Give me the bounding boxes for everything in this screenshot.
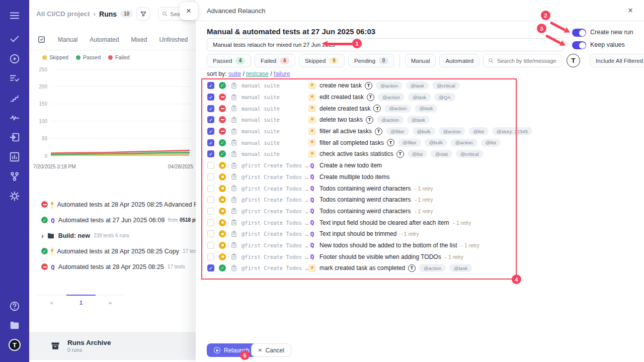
sidebar-item-activity[interactable] [9,112,20,123]
breadcrumb-current[interactable]: Runs [99,10,117,18]
automated-test-icon: Q [308,253,316,260]
test-row[interactable]: manual suite *delete two tasksT@action@t… [207,114,630,126]
runs-archive[interactable]: Runs Archive 0 runs [29,332,196,360]
keep-values-toggle[interactable] [572,41,586,49]
test-checkbox[interactable] [207,230,214,237]
create-new-run-toggle[interactable] [572,29,586,37]
filter-manual-button[interactable]: Manual [405,54,436,67]
test-checkbox[interactable] [207,139,214,146]
run-row[interactable]: Q Automated tests at 28 Apr 2025 08:2517… [29,259,196,275]
test-row[interactable]: manual suite *check active tasks statist… [207,148,630,160]
test-row[interactable]: @first Create Todos … QTodos containing … [207,206,630,217]
sort-by-testcase[interactable]: testcase [246,70,269,77]
page-next[interactable]: » [96,295,125,306]
tab-automated[interactable]: Automated [90,36,119,43]
test-row[interactable]: manual suite *delete created taskT@actio… [207,103,630,114]
test-search[interactable] [483,54,562,67]
test-row[interactable]: @first Create Todos … QTodos containing … [207,183,630,194]
test-row[interactable]: @first Create Todos … QText input should… [207,228,630,240]
status-passed-icon [41,217,48,223]
select-all-icon[interactable] [37,35,46,44]
filter-skipped-button[interactable]: Skipped 9 [299,54,345,67]
test-checkbox[interactable] [207,128,214,135]
check-icon [9,33,20,44]
test-row[interactable]: @first Create Todos … QCreate multiple t… [207,171,630,183]
sidebar-item-login-box[interactable] [9,132,20,143]
test-checkbox[interactable] [207,208,214,215]
test-checkbox[interactable] [207,105,214,112]
breadcrumb: All CI/CD project › Runs 10 [36,7,150,21]
filter-passed-button[interactable]: Passed 4 [207,54,251,67]
testomat-filter-icon[interactable]: T [567,54,580,67]
steps-icon [9,93,20,104]
hamburger-icon [9,10,20,21]
test-row[interactable]: @first Create Todos … QFooter should be … [207,251,630,262]
build-row[interactable]: › Build: new 239 tests 6 runs [29,228,196,243]
sidebar-item-steps[interactable] [9,93,20,104]
run-row[interactable]: * Automated tests at 28 Apr 2025 08:25 C… [29,243,196,259]
sort-by-failure[interactable]: failure [274,70,290,77]
test-checkbox[interactable] [207,82,214,89]
test-checkbox[interactable] [207,219,214,226]
include-all-filtered-button[interactable]: Include All Filtered 17 [590,54,644,67]
sort-by-suite[interactable]: suite [228,70,241,77]
retry-label: - 1 retry [461,242,479,248]
filter-button[interactable] [136,7,150,21]
test-checkbox[interactable] [207,242,214,249]
sidebar-item-git-branch[interactable] [9,171,20,182]
test-row[interactable]: @first Create Todos … QNew todos should … [207,240,630,251]
folder-icon [47,232,55,240]
test-row[interactable]: @first Create Todos … QTodos containing … [207,194,630,206]
tag-badge: @list [408,150,427,158]
status-passed-icon [219,82,226,89]
tab-unfinished[interactable]: Unfinished [159,36,188,43]
filter-automated-button[interactable]: Automated [439,54,479,67]
test-row[interactable]: @first Create Todos … QCreate a new todo… [207,160,630,171]
test-row[interactable]: @first Create Todos … *mark created task… [207,262,630,274]
test-row[interactable]: manual suite *create new taskT@action@ta… [207,80,630,92]
sidebar-item-gear[interactable] [9,191,20,202]
test-row[interactable]: @first Create Todos … QText input field … [207,217,630,228]
test-checkbox[interactable] [207,94,214,101]
sidebar-item-bar-chart[interactable] [9,151,20,162]
filter-pending-button[interactable]: Pending 0 [348,54,394,67]
sidebar-item-list-check[interactable] [9,73,20,84]
sidebar-item-help[interactable] [9,301,20,312]
avatar[interactable]: T [9,339,21,351]
test-row[interactable]: manual suite *filter all active tasksT@f… [207,126,630,137]
chevron-right-icon[interactable]: › [41,232,44,240]
test-checkbox[interactable] [207,173,214,180]
sidebar-item-folder[interactable] [9,320,20,331]
test-checkbox[interactable] [207,162,214,169]
type-filters: ManualAutomated [405,54,479,67]
filter-failed-button[interactable]: Failed 4 [255,54,295,67]
tag-badge: @bulk [413,127,435,135]
test-checkbox[interactable] [207,185,214,192]
page-prev[interactable]: « [37,295,66,306]
suite-label: manual suite [242,82,308,88]
test-row[interactable]: manual suite *filter all completed tasks… [207,137,630,148]
run-name-input[interactable] [207,38,564,51]
modal-close-icon[interactable]: × [628,6,633,16]
test-checkbox[interactable] [207,253,214,260]
test-row[interactable]: manual suite *edit created taskT@action@… [207,92,630,103]
test-checkbox[interactable] [207,116,214,123]
legend-dot [42,55,47,60]
test-search-input[interactable] [497,58,557,64]
page-current[interactable]: 1 [66,295,96,306]
sidebar-item-play-circle[interactable] [9,53,20,64]
sidebar-item-hamburger[interactable] [9,10,20,21]
test-checkbox[interactable] [207,264,214,272]
run-row[interactable]: Q Automated tests at 27 Jun 2025 06:09fr… [29,212,196,228]
panel-close-button[interactable]: × [180,2,198,20]
manual-test-icon: * [308,128,316,135]
breadcrumb-project[interactable]: All CI/CD project [36,10,90,18]
test-checkbox[interactable] [207,150,214,157]
cancel-button[interactable]: × Cancel [251,343,291,357]
tab-mixed[interactable]: Mixed [131,36,147,43]
test-checkbox[interactable] [207,196,214,203]
sidebar-item-check[interactable] [9,33,20,44]
tab-manual[interactable]: Manual [58,36,77,43]
run-row[interactable]: * Automated tests at 28 Apr 2025 08:25 A… [29,197,196,212]
keep-values-label: Keep values [590,41,625,48]
